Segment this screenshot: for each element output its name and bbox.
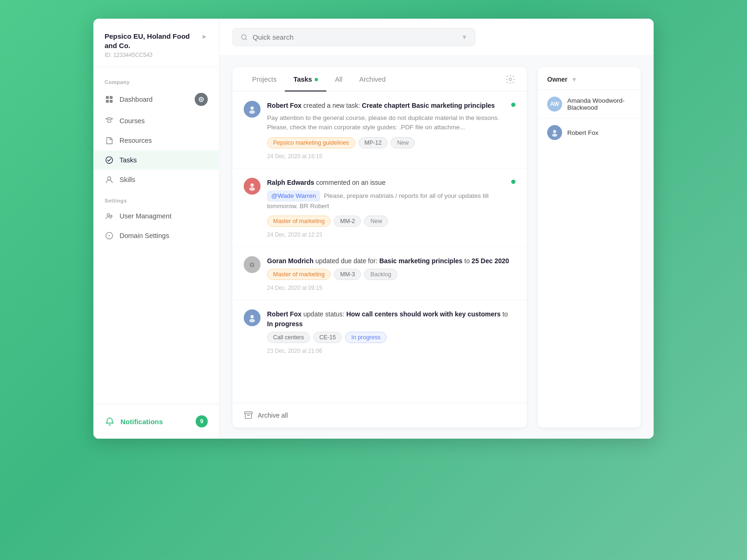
svg-point-14 <box>249 110 255 113</box>
topbar: ▼ <box>219 19 654 56</box>
archive-all-label: Archive all <box>258 412 288 419</box>
sidebar-item-tasks[interactable]: Tasks <box>93 150 219 170</box>
task-item: Robert Fox update status: How call cente… <box>233 300 527 363</box>
svg-rect-3 <box>110 100 113 103</box>
sidebar-item-skills[interactable]: Skills <box>93 170 219 189</box>
task-title: Basic marketing principles <box>379 257 462 265</box>
task-main-text: Ralph Edwards commented on an issue <box>267 178 515 188</box>
unread-dot <box>511 103 515 107</box>
sidebar-item-courses[interactable]: Courses <box>93 111 219 131</box>
tag: MM-2 <box>334 216 361 227</box>
notifications-icon <box>105 416 115 427</box>
tag: New <box>391 137 415 148</box>
search-icon <box>240 34 248 41</box>
task-description: Pay attention to the general course, ple… <box>267 113 515 133</box>
archive-icon <box>244 411 253 420</box>
avatar <box>244 309 261 326</box>
avatar <box>244 178 261 195</box>
tasks-icon <box>105 155 114 165</box>
sidebar-item-domain-settings[interactable]: Domain Settings <box>93 226 219 245</box>
settings-section-label: Settings <box>93 189 219 206</box>
svg-point-8 <box>107 214 110 216</box>
sidebar-item-dashboard[interactable]: Dashboard <box>93 88 219 111</box>
svg-point-20 <box>553 130 557 133</box>
tab-tasks[interactable]: Tasks <box>285 67 326 91</box>
task-time: 24 Dec, 2020 at 09:15 <box>267 285 515 291</box>
task-status2: In progress <box>267 320 303 328</box>
task-body: Goran Modrich updated due date for: Basi… <box>267 256 515 291</box>
tasks-list: Robert Fox created a new task: Create ch… <box>233 91 527 403</box>
tag: Master of marketing <box>267 269 331 280</box>
owner-chevron-icon[interactable]: ▼ <box>571 76 578 83</box>
task-tags: Master of marketing MM-2 New <box>267 216 515 227</box>
domain-settings-icon <box>105 231 114 240</box>
task-tags: Call centers CE-15 In progress <box>267 332 515 343</box>
main-content: ▼ Projects Tasks All <box>219 19 654 439</box>
unread-dot <box>511 180 515 184</box>
task-body: Robert Fox created a new task: Create ch… <box>267 101 515 160</box>
tag: CE-15 <box>313 332 342 343</box>
svg-point-13 <box>250 106 254 110</box>
task-mention-description: @Wade Warren Please, prepare matirials /… <box>267 190 515 211</box>
svg-rect-0 <box>106 96 109 99</box>
sidebar-footer: Notifications 9 <box>93 404 219 439</box>
tab-projects[interactable]: Projects <box>244 67 285 91</box>
courses-label: Courses <box>120 117 145 125</box>
tab-archived[interactable]: Archived <box>351 67 394 91</box>
user-management-icon <box>105 211 114 221</box>
content-area: Projects Tasks All Archived <box>219 56 654 439</box>
svg-point-17 <box>250 315 254 318</box>
task-main-text: Robert Fox update status: How call cente… <box>267 309 515 329</box>
company-info: Pepsico EU, Holand Food and Co. ID: 1233… <box>105 32 201 58</box>
tag: Backlog <box>364 269 397 280</box>
task-author: Robert Fox <box>267 102 302 109</box>
task-author: Goran Modrich <box>267 257 314 265</box>
sidebar-item-user-management[interactable]: User Managment <box>93 206 219 226</box>
search-bar[interactable]: ▼ <box>233 28 475 46</box>
task-tags: Pepsico marketing guidelines MP-12 New <box>267 137 515 148</box>
company-id: ID: 1233445CC543 <box>105 52 201 58</box>
mention-badge: @Wade Warren <box>267 190 320 202</box>
domain-settings-label: Domain Settings <box>120 232 169 239</box>
user-management-label: User Managment <box>120 212 171 220</box>
svg-point-12 <box>509 78 512 81</box>
skills-icon <box>105 175 114 184</box>
task-date2: 25 Dec 2020 <box>472 257 509 265</box>
task-time: 23 Dec, 2020 at 21:06 <box>267 348 515 354</box>
task-time: 24 Dec, 2020 at 12:23 <box>267 231 515 238</box>
owner-label: Owner <box>547 76 568 83</box>
search-input[interactable] <box>253 33 457 41</box>
resources-label: Resources <box>120 137 152 144</box>
svg-point-15 <box>250 183 254 186</box>
sidebar-item-resources[interactable]: Resources <box>93 131 219 150</box>
tag: MM-3 <box>334 269 361 280</box>
task-tags: Master of marketing MM-3 Backlog <box>267 269 515 280</box>
task-main-text: Robert Fox created a new task: Create ch… <box>267 101 515 111</box>
company-name: Pepsico EU, Holand Food and Co. <box>105 32 201 50</box>
sidebar-toggle-icon[interactable]: ► <box>201 33 208 40</box>
settings-icon[interactable] <box>505 69 515 90</box>
avatar-letter: G <box>250 261 254 268</box>
avatar <box>244 101 261 118</box>
notifications-count: 9 <box>196 415 208 427</box>
task-action2: to <box>463 257 472 265</box>
dashboard-badge <box>195 93 208 106</box>
tab-all[interactable]: All <box>326 67 351 91</box>
svg-rect-19 <box>245 412 253 414</box>
task-action: created a new task: <box>302 102 362 109</box>
task-action: updated due date for: <box>314 257 380 265</box>
sidebar-header: Pepsico EU, Holand Food and Co. ID: 1233… <box>93 19 219 67</box>
search-dropdown-icon[interactable]: ▼ <box>461 34 467 41</box>
task-body: Ralph Edwards commented on an issue @Wad… <box>267 178 515 238</box>
svg-point-5 <box>200 98 202 100</box>
tabs-header: Projects Tasks All Archived <box>233 67 527 91</box>
task-title: Create chaptert Basic marketing principl… <box>362 102 495 109</box>
tag: In progress <box>345 332 387 343</box>
skills-label: Skills <box>120 176 135 183</box>
sidebar: Pepsico EU, Holand Food and Co. ID: 1233… <box>93 19 219 439</box>
owner-item-amanda[interactable]: AW Amanda Woodword-Blackwood <box>538 90 641 119</box>
owner-avatar: AW <box>547 97 562 112</box>
owner-item-robert[interactable]: Robert Fox <box>538 119 641 147</box>
notifications-button[interactable]: Notifications 9 <box>105 412 208 431</box>
archive-all-button[interactable]: Archive all <box>233 403 527 427</box>
